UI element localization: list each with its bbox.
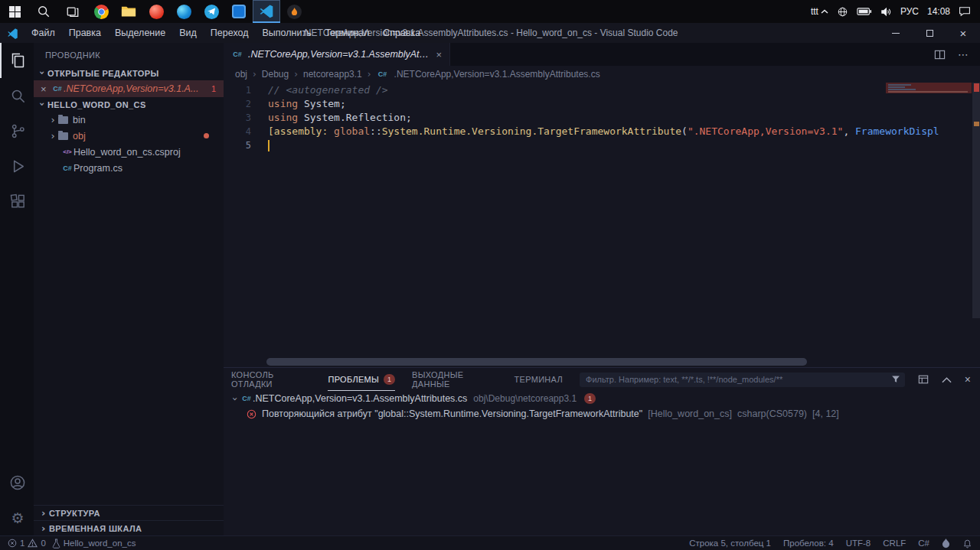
panel-tab-debug-console[interactable]: КОНСОЛЬ ОТЛАДКИ (231, 368, 311, 391)
menu-bar: Файл Правка Выделение Вид Переход Выполн… (24, 23, 427, 43)
tree-item-obj[interactable]: › obj (34, 128, 224, 144)
project-status[interactable]: Hello_word_on_cs (52, 539, 136, 548)
flame-icon (942, 539, 950, 548)
edge-icon (177, 5, 191, 19)
close-icon[interactable]: × (41, 83, 51, 95)
taskbar-app-browser[interactable] (142, 0, 170, 23)
tray-hidden-icons[interactable]: ttt (811, 6, 828, 17)
status-bar: 1 0 Hello_word_on_cs Строка 5, столбец 1… (0, 535, 980, 550)
menu-file[interactable]: Файл (24, 23, 62, 43)
flask-icon (52, 539, 60, 548)
breadcrumb-debug[interactable]: Debug (262, 69, 289, 80)
taskbar-app-torch[interactable] (280, 0, 308, 23)
tray-notifications[interactable] (959, 6, 971, 17)
close-icon[interactable]: × (436, 49, 442, 60)
windows-logo-icon (8, 5, 21, 18)
error-dot-badge (204, 133, 209, 138)
problems-filter-input[interactable] (580, 375, 905, 384)
menu-run[interactable]: Выполнить (256, 23, 318, 43)
problems-file-group[interactable]: › C# .NETCoreApp,Version=v3.1.AssemblyAt… (224, 391, 980, 406)
tray-language[interactable]: РУС (900, 6, 919, 17)
activity-run-debug[interactable] (0, 148, 34, 184)
tree-item-program-cs[interactable]: C# Program.cs (34, 160, 224, 176)
panel-tab-output[interactable]: ВЫХОДНЫЕ ДАННЫЕ (412, 368, 497, 391)
eol-sequence[interactable]: CRLF (883, 539, 906, 548)
tray-volume[interactable] (880, 7, 892, 17)
menu-go[interactable]: Переход (204, 23, 256, 43)
close-button[interactable]: × (946, 23, 980, 43)
encoding[interactable]: UTF-8 (846, 539, 871, 548)
taskbar-app-edge[interactable] (170, 0, 198, 23)
taskbar-app-photos[interactable] (225, 0, 253, 23)
outline-section-header[interactable]: › СТРУКТУРА (34, 505, 224, 520)
breadcrumb-netcoreapp[interactable]: netcoreapp3.1 (303, 69, 362, 80)
timeline-section-header[interactable]: › ВРЕМЕННАЯ ШКАЛА (34, 520, 224, 535)
language-mode[interactable]: C# (918, 539, 929, 548)
chevron-up-icon[interactable] (942, 376, 952, 383)
indentation[interactable]: Пробелов: 4 (783, 539, 834, 548)
menu-edit[interactable]: Правка (62, 23, 108, 43)
vertical-scrollbar[interactable] (972, 83, 980, 318)
minimize-button[interactable] (879, 23, 913, 43)
split-editor-icon[interactable] (934, 49, 946, 60)
taskbar-app-vscode[interactable] (253, 0, 280, 23)
omnisharp-status[interactable] (942, 539, 950, 548)
cursor-position[interactable]: Строка 5, столбец 1 (689, 539, 771, 548)
taskbar-app-chrome[interactable] (87, 0, 115, 23)
menu-help[interactable]: Справка (376, 23, 427, 43)
taskbar-app-telegram[interactable] (198, 0, 225, 23)
vscode-logo-icon (0, 28, 24, 39)
open-editor-item[interactable]: × C# .NETCoreApp,Version=v3.1.A... 1 (34, 80, 224, 97)
horizontal-scrollbar[interactable] (266, 358, 807, 366)
menu-view[interactable]: Вид (172, 23, 204, 43)
account-button[interactable] (0, 465, 34, 500)
filter-icon[interactable] (891, 375, 900, 384)
breadcrumb-obj[interactable]: obj (235, 69, 247, 80)
browser-icon (149, 5, 164, 19)
folder-icon (58, 132, 68, 140)
task-view-button[interactable] (58, 0, 87, 23)
activity-extensions[interactable] (0, 184, 34, 219)
problem-message: Повторяющийся атрибут "global::System.Ru… (262, 408, 642, 419)
menu-selection[interactable]: Выделение (108, 23, 172, 43)
tab-assembly-attributes[interactable]: C# .NETCoreApp,Version=v3.1.AssemblyAttr… (224, 43, 450, 66)
sidebar-title: ПРОВОДНИК (34, 43, 224, 66)
taskbar-app-explorer[interactable] (115, 0, 142, 23)
taskbar-search-button[interactable] (29, 0, 58, 23)
settings-button[interactable]: ⚙ (0, 500, 34, 535)
tree-item-bin[interactable]: › bin (34, 112, 224, 128)
problems-summary[interactable]: 1 0 (8, 539, 46, 548)
sidebar-bottom-sections: › СТРУКТУРА › ВРЕМЕННАЯ ШКАЛА (34, 505, 224, 535)
menu-terminal[interactable]: Терминал (318, 23, 377, 43)
search-icon (37, 5, 51, 18)
code-line: 4 [assembly: global::System.Runtime.Vers… (224, 125, 980, 138)
activity-source-control[interactable] (0, 113, 34, 148)
text-cursor (268, 140, 270, 151)
panel-tab-terminal[interactable]: ТЕРМИНАЛ (514, 368, 563, 391)
start-button[interactable] (0, 0, 29, 23)
csharp-file-icon: C# (51, 85, 64, 93)
activity-search[interactable] (0, 78, 34, 113)
breadcrumb-file[interactable]: .NETCoreApp,Version=v3.1.AssemblyAttribu… (394, 69, 600, 80)
tray-battery[interactable] (857, 7, 872, 16)
tree-item-csproj[interactable]: </> Hello_word_on_cs.csproj (34, 144, 224, 160)
panel-tab-problems[interactable]: ПРОБЛЕМЫ 1 (328, 368, 395, 391)
chevron-right-icon: › (47, 130, 58, 142)
horizontal-scrollbar-track (224, 358, 980, 366)
open-editors-header[interactable]: › ОТКРЫТЫЕ РЕДАКТОРЫ (34, 66, 224, 80)
tray-network[interactable] (837, 6, 848, 18)
csharp-file-icon: C# (240, 395, 253, 402)
notifications-bell[interactable] (962, 539, 972, 548)
activity-explorer[interactable] (0, 43, 34, 78)
maximize-button[interactable] (913, 23, 946, 43)
minimap[interactable] (886, 83, 972, 115)
code-editor[interactable]: 1 // <autogenerated /> 2 using System; 3… (224, 83, 980, 367)
problem-row[interactable]: Повторяющийся атрибут "global::System.Ru… (224, 406, 980, 421)
tray-app-label: ttt (811, 6, 818, 17)
view-as-table-icon[interactable] (918, 374, 929, 385)
more-actions-icon[interactable]: ⋯ (958, 48, 969, 60)
project-section-header[interactable]: › HELLO_WORD_ON_CS (34, 97, 224, 112)
tray-clock[interactable]: 14:08 (927, 6, 950, 17)
close-panel-icon[interactable]: × (965, 373, 971, 386)
windows-taskbar: ttt РУС 14:08 (0, 0, 980, 23)
